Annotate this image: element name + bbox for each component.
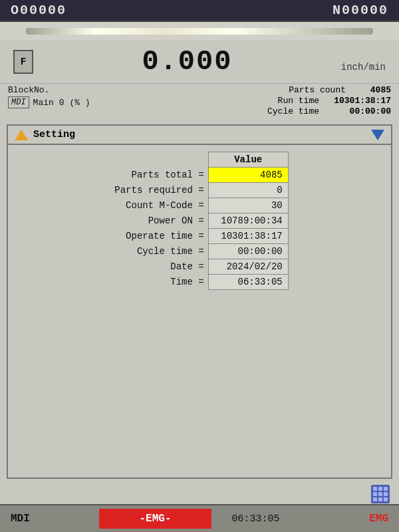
table-row: Operate time =10301:38:17 — [110, 229, 288, 244]
cycle-time-value: 00:00:00 — [331, 106, 391, 116]
feed-rate-area: F 0.000 inch/min — [0, 41, 399, 84]
table-row: Cycle time =00:00:00 — [110, 244, 288, 259]
feed-value: 0.000 — [40, 46, 334, 78]
row-label-1: Parts required = — [110, 183, 208, 198]
footer: MDI -EMG- 06:33:05 EMG — [0, 504, 399, 532]
warning-icon — [15, 130, 28, 140]
o-code: O00000 — [11, 3, 66, 18]
screen: O00000 N00000 F 0.000 inch/min BlockNo. … — [0, 0, 399, 532]
table-row: Time =06:33:05 — [110, 275, 288, 290]
row-label-5: Cycle time = — [110, 244, 208, 259]
table-value-header: Value — [208, 152, 288, 168]
row-label-2: Count M-Code = — [110, 198, 208, 213]
footer-mdi-label: MDI — [11, 513, 99, 525]
setting-header: Setting — [8, 126, 391, 145]
light-bar — [0, 22, 399, 41]
run-time-label: Run time — [278, 96, 319, 106]
row-value-7: 06:33:05 — [208, 275, 288, 290]
status-left: BlockNo. MDI Main 0 ( % ) — [8, 85, 267, 116]
table-row: Date =2024/02/20 — [110, 259, 288, 275]
block-no-label: BlockNo. — [8, 85, 61, 95]
row-label-7: Time = — [110, 275, 208, 290]
table-row: Parts required =0 — [110, 183, 288, 198]
feed-label-box: F — [13, 50, 33, 74]
setting-panel: Setting Value Parts total =4085Parts req… — [7, 124, 392, 479]
info-icon — [371, 130, 384, 140]
setting-content: Value Parts total =4085Parts required =0… — [8, 145, 391, 297]
emg-button[interactable]: -EMG- — [99, 509, 211, 529]
status-right: Parts count 4085 Run time 10301:38:17 Cy… — [267, 85, 391, 116]
parts-count-value: 4085 — [358, 85, 391, 95]
parts-count-label: Parts count — [289, 85, 346, 95]
row-value-4: 10301:38:17 — [208, 229, 288, 244]
run-time-value: 10301:38:17 — [331, 96, 391, 106]
top-bar: O00000 N00000 — [0, 0, 399, 22]
row-value-2: 30 — [208, 198, 288, 213]
table-row: Count M-Code =30 — [110, 198, 288, 213]
data-table: Value Parts total =4085Parts required =0… — [110, 152, 288, 290]
row-value-0: 4085 — [208, 168, 288, 183]
percent-sign: % ) — [74, 98, 90, 108]
percent-value: 0 ( — [59, 98, 74, 108]
run-time-row: Run time 10301:38:17 — [267, 96, 391, 106]
footer-time: 06:33:05 — [211, 513, 300, 525]
bottom-area — [0, 484, 399, 504]
n-code: N00000 — [332, 3, 388, 18]
table-row: Parts total =4085 — [110, 168, 288, 183]
cycle-time-row: Cycle time 00:00:00 — [267, 106, 391, 116]
row-label-4: Operate time = — [110, 229, 208, 244]
mode-secondary: Main — [33, 98, 54, 108]
row-label-3: Power ON = — [110, 213, 208, 229]
row-label-0: Parts total = — [110, 168, 208, 183]
setting-title: Setting — [33, 129, 75, 140]
row-value-3: 10789:00:34 — [208, 213, 288, 229]
status-info-bar: BlockNo. MDI Main 0 ( % ) Parts count 40… — [0, 84, 399, 119]
mode-box: MDI — [8, 96, 29, 108]
footer-emg-label: EMG — [300, 513, 388, 525]
row-value-1: 0 — [208, 183, 288, 198]
cycle-time-label: Cycle time — [267, 106, 319, 116]
table-row: Power ON =10789:00:34 — [110, 213, 288, 229]
parts-count-row: Parts count 4085 — [267, 85, 391, 95]
block-no-row: BlockNo. — [8, 85, 267, 95]
row-label-6: Date = — [110, 259, 208, 275]
row-value-6: 2024/02/20 — [208, 259, 288, 275]
feed-label-char: F — [21, 57, 26, 67]
mode-row: MDI Main 0 ( % ) — [8, 96, 267, 108]
feed-unit: inch/min — [341, 62, 386, 78]
row-value-5: 00:00:00 — [208, 244, 288, 259]
menu-grid-icon[interactable] — [371, 485, 390, 503]
